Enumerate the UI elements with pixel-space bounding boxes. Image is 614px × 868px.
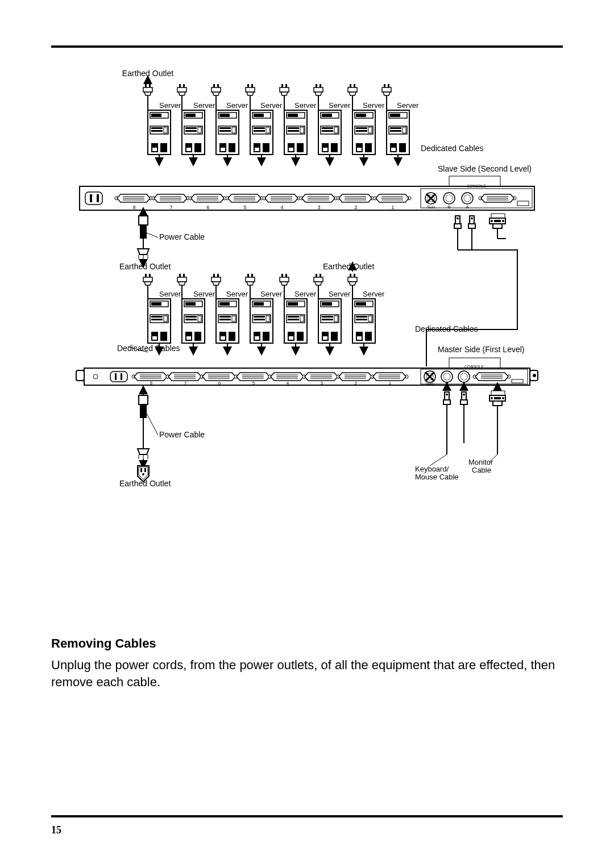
- svg-text:Server: Server: [294, 290, 317, 298]
- svg-rect-79: [491, 214, 505, 218]
- svg-text:1: 1: [391, 205, 394, 210]
- svg-text:Server: Server: [260, 290, 283, 298]
- page-number: 15: [51, 824, 563, 836]
- svg-text:Server: Server: [159, 290, 181, 298]
- svg-text:6: 6: [218, 381, 221, 386]
- label-earthed-outlet-top: Earthed Outlet: [122, 69, 173, 78]
- svg-rect-114: [121, 373, 122, 380]
- svg-text:1: 1: [389, 381, 392, 386]
- svg-rect-107: [76, 370, 84, 381]
- server-label: Server: [329, 101, 351, 110]
- svg-text:Server: Server: [363, 290, 385, 298]
- svg-line-146: [430, 454, 447, 466]
- label-master-side: Master Side (First Level): [438, 345, 524, 354]
- connection-diagram: Earthed Outlet Server Server: [51, 68, 563, 557]
- svg-text:Sun: Sun: [426, 381, 434, 385]
- svg-rect-113: [115, 373, 117, 380]
- svg-text:4: 4: [287, 381, 289, 386]
- label-earthed-outlet: Earthed Outlet: [119, 262, 171, 271]
- server-label: Server: [226, 101, 248, 110]
- svg-text:B: B: [447, 205, 450, 210]
- svg-rect-71: [139, 216, 148, 225]
- svg-rect-53: [97, 194, 99, 202]
- svg-text:3: 3: [317, 205, 320, 210]
- top-rule: [51, 45, 563, 48]
- svg-rect-132: [139, 395, 148, 404]
- svg-line-140: [147, 414, 158, 435]
- svg-rect-130: [512, 379, 523, 383]
- label-monitor-cable: Monitor: [468, 458, 493, 466]
- top-server-row: Server Server Server: [143, 80, 419, 162]
- server-label: Server: [363, 101, 385, 110]
- label-dedicated-cables: Dedicated Cables: [421, 144, 484, 153]
- cascade-cables: [426, 214, 517, 366]
- server-label: Server: [193, 101, 215, 110]
- svg-text:Server: Server: [329, 290, 351, 298]
- svg-rect-52: [90, 194, 92, 202]
- master-kvm-unit: 8 7 6 5 4 3 2 1 CONSOLE Sun B A: [76, 358, 538, 386]
- label-dedicated-cables: Dedicated Cables: [117, 344, 180, 353]
- server-label: Server: [159, 101, 181, 110]
- bottom-server-row: Server Server Server: [143, 266, 385, 351]
- svg-text:4: 4: [280, 205, 283, 210]
- slave-kvm-unit: 8 7 6 5 4 3 2 1 CONSOLE Sun B A: [80, 176, 534, 210]
- server-label: Server: [260, 101, 283, 110]
- svg-line-78: [147, 233, 158, 237]
- label-keyboard-mouse-cable: Keyboard/: [415, 465, 449, 473]
- svg-text:CONSOLE: CONSOLE: [464, 365, 484, 369]
- section-heading-removing-cables: Removing Cables: [51, 636, 563, 651]
- svg-text:Mouse Cable: Mouse Cable: [415, 473, 459, 481]
- svg-text:5: 5: [252, 381, 255, 386]
- label-slave-side: Slave Side (Second Level): [438, 164, 532, 173]
- svg-rect-69: [517, 201, 529, 206]
- svg-text:B: B: [446, 381, 449, 385]
- console-cables: [430, 386, 505, 466]
- svg-text:2: 2: [355, 381, 358, 386]
- server-label: Server: [294, 101, 317, 110]
- svg-text:7: 7: [184, 381, 187, 386]
- section-paragraph: Unplug the power cords, from the power o…: [51, 657, 563, 690]
- slave-power-cable: Power Cable: [138, 211, 205, 264]
- svg-text:A: A: [463, 381, 466, 385]
- bottom-rule: [51, 815, 563, 817]
- svg-rect-148: [491, 391, 505, 395]
- svg-text:Power Cable: Power Cable: [159, 430, 205, 439]
- label-power-cable: Power Cable: [159, 232, 205, 241]
- svg-rect-133: [140, 404, 147, 418]
- svg-text:2: 2: [354, 205, 357, 210]
- svg-rect-51: [85, 192, 102, 205]
- svg-text:3: 3: [321, 381, 323, 386]
- svg-text:8: 8: [132, 205, 135, 210]
- svg-text:Server: Server: [226, 290, 248, 298]
- server-label: Server: [397, 101, 419, 110]
- svg-text:Server: Server: [193, 290, 215, 298]
- svg-text:CONSOLE: CONSOLE: [467, 184, 487, 188]
- svg-text:5: 5: [243, 205, 246, 210]
- svg-rect-72: [140, 225, 147, 239]
- label-dedicated-cables: Dedicated Cables: [415, 324, 478, 333]
- svg-text:Cable: Cable: [472, 466, 491, 474]
- master-power-cable: Power Cable Earthed Outlet: [119, 390, 205, 488]
- svg-text:7: 7: [169, 205, 172, 210]
- svg-point-109: [533, 374, 536, 377]
- label-earthed-outlet: Earthed Outlet: [323, 262, 374, 271]
- svg-text:A: A: [466, 205, 469, 210]
- svg-text:Sun: Sun: [427, 205, 435, 210]
- svg-text:6: 6: [206, 205, 209, 210]
- svg-text:8: 8: [150, 381, 153, 386]
- svg-rect-112: [110, 372, 127, 382]
